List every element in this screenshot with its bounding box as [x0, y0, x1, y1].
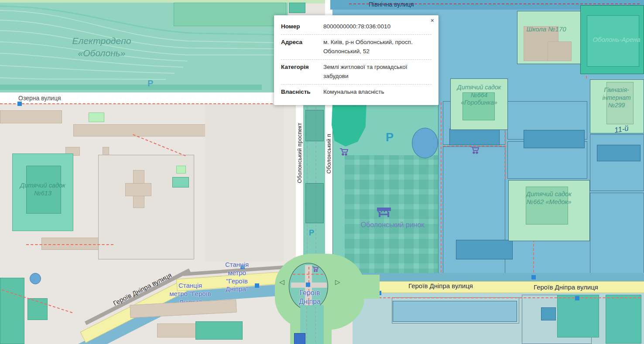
popup-row: Адреса м. Київ, р-н Оболонський, просп. …: [281, 35, 432, 60]
building: [557, 295, 599, 337]
cadastral-boundary: [441, 102, 442, 277]
pond: [412, 128, 438, 158]
building: [606, 82, 634, 124]
building: [449, 129, 500, 145]
cadastral-boundary: [361, 297, 641, 298]
shopping-cart-icon: [312, 266, 319, 272]
metro-entrance: [294, 333, 305, 344]
popup-row-label: Адреса: [281, 38, 323, 56]
popup-row: Категорія Землі житлової та громадської …: [281, 60, 432, 85]
building: [305, 110, 324, 141]
building: [195, 321, 243, 340]
school-building: [125, 183, 151, 196]
building: [393, 301, 517, 322]
building: [305, 183, 324, 223]
building: [548, 41, 572, 61]
shopping-cart-icon: [470, 146, 480, 154]
popup-row: Номер 8000000000:78:036:0010: [281, 19, 432, 35]
avenue-west-parcel: [205, 105, 284, 262]
roundabout-green: [349, 275, 380, 299]
map-marker: [255, 283, 259, 288]
popup-row-value: Комунальна власність: [323, 88, 432, 97]
building: [524, 130, 585, 148]
pond: [30, 273, 41, 284]
popup-row-label: Категорія: [281, 63, 323, 81]
map-marker: [306, 283, 310, 287]
building: [606, 295, 641, 344]
market-icon: [377, 207, 392, 218]
map-canvas[interactable]: Електродепо «Оболонь» P Озерна вулиця Ди…: [0, 0, 644, 344]
map-marker: [531, 275, 536, 279]
popup-row-value: м. Київ, р-н Оболонський, просп. Оболонс…: [323, 38, 432, 56]
cadastral-boundary: [293, 274, 323, 275]
roundabout-circle: [289, 263, 328, 310]
popup-row-label: Номер: [281, 22, 323, 31]
map-marker: [575, 296, 579, 300]
depot-platform: [0, 85, 262, 90]
building: [597, 145, 641, 161]
metro-line-strip: [355, 273, 644, 282]
building: [456, 240, 513, 259]
heroiv-road: [353, 281, 644, 293]
map-marker: [240, 265, 245, 269]
ozerna-road: [0, 92, 289, 104]
map-marker: [17, 102, 22, 106]
popup-row-label: Власність: [281, 88, 323, 97]
obolon-arena-building: [587, 15, 639, 67]
median-lane-dash: [306, 307, 307, 343]
parcel-info-popup: × Номер 8000000000:78:036:0010 Адреса м.…: [274, 15, 438, 105]
cadastral-boundary: [0, 103, 286, 104]
cadastral-boundary: [133, 134, 185, 157]
building: [526, 187, 568, 225]
popup-row-value: 8000000000:78:036:0010: [323, 22, 432, 31]
building: [0, 278, 24, 344]
depot-building: [174, 3, 286, 26]
shopping-cart-icon: [339, 147, 349, 156]
median-lane-dash: [315, 307, 316, 343]
cadastral-boundary: [349, 3, 640, 4]
parcel-outline[interactable]: [590, 193, 644, 277]
building: [289, 3, 305, 13]
parcel-outline[interactable]: [590, 134, 644, 191]
popup-row-value: Землі житлової та громадської забудови: [323, 63, 432, 81]
cadastral-boundary: [26, 244, 113, 245]
close-icon[interactable]: ×: [431, 17, 434, 24]
popup-row: Власність Комунальна власність: [281, 85, 432, 100]
park-square: [176, 166, 186, 174]
building: [0, 110, 62, 123]
building: [541, 307, 556, 320]
building: [462, 92, 495, 120]
building: [172, 177, 189, 187]
building: [26, 166, 61, 214]
park-square: [89, 112, 104, 122]
